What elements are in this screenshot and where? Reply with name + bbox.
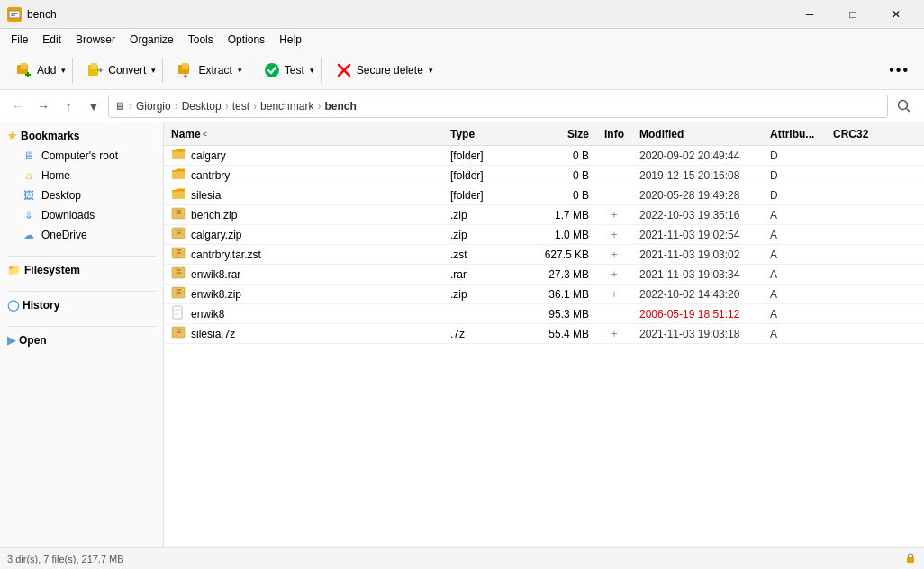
minimize-button[interactable]: ─ <box>789 0 830 29</box>
svg-rect-50 <box>907 557 914 563</box>
svg-rect-30 <box>177 252 181 254</box>
table-row[interactable]: calgary.zip .zip 1.0 MB + 2021-11-03 19:… <box>164 225 924 245</box>
sidebar-section-filesystem: 📁 Filesystem <box>0 260 163 280</box>
table-row[interactable]: silesia [folder] 0 B 2020-05-28 19:49:28… <box>164 185 924 205</box>
sidebar-section-open: ▶ Open <box>0 330 163 350</box>
table-row[interactable]: bench.zip .zip 1.7 MB + 2022-10-03 19:35… <box>164 205 924 225</box>
file-name-cell: bench.zip <box>164 206 443 223</box>
table-row[interactable]: calgary [folder] 0 B 2020-09-02 20:49:44… <box>164 146 924 166</box>
add-button[interactable]: Add ▾ <box>7 56 67 85</box>
sidebar-item-desktop[interactable]: 🖼 Desktop <box>0 185 163 205</box>
window-title: bench <box>27 8 789 21</box>
sidebar-section-history: ◯ History <box>0 295 163 315</box>
test-button[interactable]: Test ▾ <box>255 56 315 85</box>
breadcrumb-test[interactable]: test <box>232 100 249 113</box>
file-attribu-cell: A <box>763 288 826 301</box>
nav-up-button[interactable]: ↑ <box>58 95 79 117</box>
maximize-button[interactable]: □ <box>832 0 874 29</box>
col-header-attribu[interactable]: Attribu... <box>763 128 826 140</box>
table-row[interactable]: cantrbry.tar.zst .zst 627.5 KB + 2021-11… <box>164 245 924 265</box>
file-size-cell: 55.4 MB <box>515 328 596 340</box>
computer-icon: 🖥 <box>22 149 36 163</box>
filesystem-icon: 📁 <box>7 264 21 276</box>
col-header-modified[interactable]: Modified <box>632 128 763 140</box>
svg-rect-10 <box>182 63 188 69</box>
secure-delete-button[interactable]: Secure delete ▾ <box>327 56 434 85</box>
col-header-size[interactable]: Size <box>515 128 596 140</box>
desktop-label: Desktop <box>41 189 81 202</box>
file-modified-cell: 2006-05-19 18:51:12 <box>632 308 763 321</box>
extract-button[interactable]: Extract ▾ <box>168 56 242 85</box>
file-icon <box>171 246 186 263</box>
file-icon <box>171 285 186 303</box>
table-row[interactable]: enwik8 95.3 MB 2006-05-19 18:51:12 A <box>164 304 924 324</box>
col-header-crc32[interactable]: CRC32 <box>826 128 880 140</box>
sidebar-item-downloads[interactable]: ⇓ Downloads <box>0 205 163 225</box>
file-name-cell: silesia.7z <box>164 325 443 342</box>
table-row[interactable]: enwik8.rar .rar 27.3 MB + 2021-11-03 19:… <box>164 265 924 284</box>
nav-forward-button[interactable]: → <box>32 95 54 117</box>
nav-back-button[interactable]: ← <box>7 95 29 117</box>
file-modified-cell: 2021-11-03 19:03:02 <box>632 248 763 261</box>
sidebar-item-computers-root[interactable]: 🖥 Computer's root <box>0 146 163 166</box>
file-size-cell: 1.7 MB <box>515 209 596 221</box>
convert-button[interactable]: Convert ▾ <box>78 56 157 85</box>
col-header-name[interactable]: Name < <box>164 128 443 140</box>
sidebar-item-home[interactable]: ⌂ Home <box>0 166 163 185</box>
menu-browser[interactable]: Browser <box>68 29 122 50</box>
breadcrumb-benchmark[interactable]: benchmark <box>260 100 313 113</box>
sidebar-divider-3 <box>7 326 156 327</box>
table-row[interactable]: silesia.7z .7z 55.4 MB + 2021-11-03 19:0… <box>164 324 924 344</box>
onedrive-label: OneDrive <box>41 229 87 241</box>
file-icon <box>171 206 186 223</box>
file-name-cell: enwik8 <box>164 305 443 322</box>
menu-help[interactable]: Help <box>272 29 309 50</box>
nav-dropdown-button[interactable]: ▼ <box>83 95 104 117</box>
toolbar-sep-3 <box>249 58 249 83</box>
add-icon <box>15 61 33 79</box>
breadcrumb-giorgio[interactable]: Giorgio <box>136 100 171 113</box>
open-label: Open <box>19 334 47 347</box>
search-button[interactable] <box>892 94 917 119</box>
col-header-info[interactable]: Info <box>596 128 632 140</box>
table-row[interactable]: enwik8.zip .zip 36.1 MB + 2022-10-02 14:… <box>164 284 924 304</box>
menu-organize[interactable]: Organize <box>122 29 181 50</box>
toolbar-more-button[interactable]: ••• <box>882 59 917 82</box>
statusbar: 3 dir(s), 7 file(s), 217.7 MB <box>0 547 924 569</box>
menu-file[interactable]: File <box>4 29 35 50</box>
file-size-cell: 1.0 MB <box>515 229 596 241</box>
menu-tools[interactable]: Tools <box>181 29 221 50</box>
close-button[interactable]: ✕ <box>875 0 917 29</box>
filesystem-header[interactable]: 📁 Filesystem <box>0 260 163 280</box>
sidebar-divider-1 <box>7 256 156 257</box>
breadcrumb-bench[interactable]: bench <box>324 100 356 113</box>
extract-icon <box>177 61 195 79</box>
file-type-cell: .zip <box>443 288 515 301</box>
file-info-cell: + <box>596 229 632 241</box>
test-label: Test <box>285 64 304 77</box>
file-type-cell: .zip <box>443 229 515 241</box>
secure-delete-dropdown-arrow: ▾ <box>429 66 433 75</box>
open-header[interactable]: ▶ Open <box>0 330 163 350</box>
history-label: History <box>23 299 59 312</box>
file-info-cell: + <box>596 248 632 261</box>
file-icon <box>171 226 186 243</box>
col-header-type[interactable]: Type <box>443 128 515 140</box>
file-type-cell: [folder] <box>443 189 515 202</box>
sidebar-item-onedrive[interactable]: ☁ OneDrive <box>0 225 163 245</box>
menu-edit[interactable]: Edit <box>35 29 68 50</box>
menu-options[interactable]: Options <box>221 29 272 50</box>
file-type-cell: .zst <box>443 248 515 261</box>
file-info-cell: + <box>596 288 632 301</box>
breadcrumb-desktop[interactable]: Desktop <box>182 100 222 113</box>
extract-label: Extract <box>198 64 231 77</box>
file-icon <box>171 305 186 322</box>
svg-rect-19 <box>177 210 181 212</box>
file-attribu-cell: D <box>763 149 826 162</box>
table-row[interactable]: cantrbry [folder] 0 B 2019-12-15 20:16:0… <box>164 166 924 185</box>
secure-delete-icon <box>335 61 353 79</box>
file-attribu-cell: A <box>763 328 826 340</box>
file-size-cell: 0 B <box>515 189 596 202</box>
bookmarks-header[interactable]: ★ Bookmarks <box>0 126 163 146</box>
history-header[interactable]: ◯ History <box>0 295 163 315</box>
